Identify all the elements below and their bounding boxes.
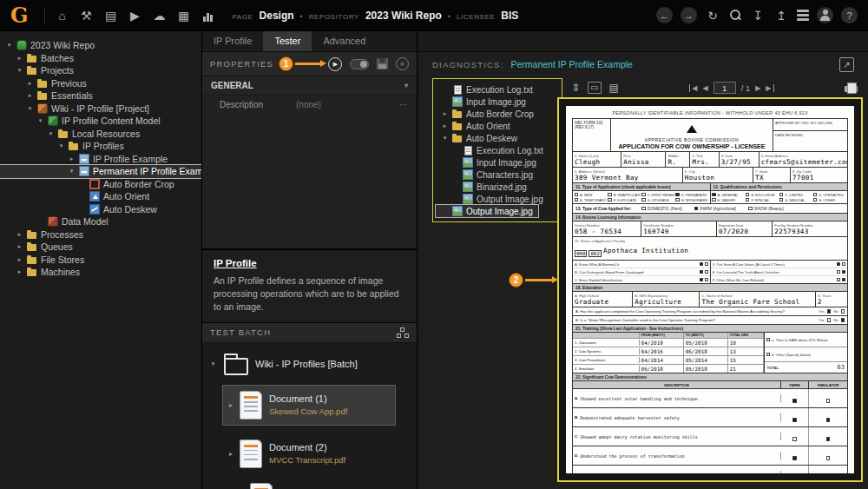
licensee-value[interactable]: BIS (501, 10, 518, 22)
expander-icon[interactable]: ▾ (441, 135, 449, 142)
open-in-window-icon[interactable]: ↗ (839, 57, 854, 72)
tree-item[interactable]: ▸ IP Profile Example (0, 153, 201, 166)
expander-icon[interactable]: ▸ (26, 80, 34, 87)
preview-toggle[interactable] (350, 59, 369, 69)
tree-item[interactable]: ▾ Permanent IP Profile Example (0, 165, 202, 178)
batch-document[interactable]: ▸ Document (2) MVCC Transcript.pdf (223, 434, 395, 473)
repository-value[interactable]: 2023 Wiki Repo (365, 10, 442, 22)
diagnostics-item[interactable]: Execution Log.txt (436, 144, 559, 156)
search-icon[interactable] (728, 9, 742, 23)
tree-item[interactable]: Auto Deskew (0, 203, 201, 216)
description-property-row[interactable]: Description (none) ⋯ (202, 96, 417, 113)
diagnostics-subject[interactable]: Permanent IP Profile Example (511, 59, 633, 69)
tree-item[interactable]: Data Model (0, 215, 201, 228)
file-stores-icon[interactable]: ▤ (101, 5, 122, 26)
diagnostics-item[interactable]: ▾ Auto Deskew (436, 132, 559, 144)
fit-height-icon[interactable]: ⇕ (571, 82, 580, 94)
expander-icon[interactable]: ▸ (441, 110, 449, 117)
stats-icon[interactable] (198, 5, 219, 26)
tree-item[interactable]: ▸ Previous (0, 77, 201, 90)
tree-item[interactable]: ▾ Projects (0, 64, 201, 77)
expander-icon[interactable]: ▸ (16, 243, 23, 250)
next-page-icon[interactable]: ▶ (755, 84, 760, 92)
back-icon[interactable]: ← (656, 7, 673, 23)
tree-item[interactable]: Auto Orient (0, 190, 201, 203)
diagnostics-item[interactable]: Execution Log.txt (436, 83, 559, 96)
tab[interactable]: Advanced (312, 31, 377, 51)
tree-item[interactable]: ▸ Queues (0, 241, 201, 254)
tree-item[interactable]: ▾ IP Profiles (0, 140, 201, 153)
expander-icon[interactable]: ▸ (16, 55, 23, 62)
tree-item[interactable]: Auto Border Crop (0, 178, 201, 191)
forward-icon[interactable]: → (681, 7, 697, 23)
expander-icon[interactable]: ▾ (36, 117, 44, 124)
home-icon[interactable]: ⌂ (52, 5, 73, 26)
image-viewer[interactable]: PERSONALLY IDENTIFIABLE INFORMATION - WI… (557, 97, 863, 482)
page-number-input[interactable]: 1 (713, 82, 736, 94)
tree-item[interactable]: ▸ Processes (0, 228, 201, 241)
diagnostics-item[interactable]: Characters.jpg (436, 169, 559, 181)
execute-button[interactable]: ▶ (328, 57, 342, 71)
user-icon[interactable] (817, 7, 833, 23)
batch-root-item[interactable]: ▾ Wiki - IP Profiles [Batch] (209, 354, 410, 375)
thumbnails-icon[interactable]: ▤ (609, 82, 619, 94)
tree-item[interactable]: ▾ Local Resources (0, 128, 201, 141)
expander-icon[interactable]: ▾ (209, 360, 217, 367)
imports-icon[interactable]: ☁ (149, 5, 170, 26)
expander-icon[interactable]: ▾ (5, 42, 13, 49)
tree-item[interactable]: ▾ IP Profile Content Model (0, 115, 201, 128)
expander-icon[interactable]: ▸ (16, 256, 23, 263)
tree-item[interactable]: ▸ Batches (0, 52, 201, 65)
page-value[interactable]: Design (260, 10, 294, 22)
expander-icon[interactable]: ▸ (229, 401, 233, 409)
help-icon[interactable]: ? (841, 7, 858, 23)
diagnostics-item[interactable]: Input Image.jpg (436, 156, 559, 169)
expander-icon[interactable]: ▾ (47, 130, 55, 137)
refresh-icon[interactable]: ↻ (705, 9, 720, 23)
save-button[interactable] (377, 58, 388, 69)
upload-icon[interactable]: ↥ (773, 9, 789, 23)
checkbox-option: F. SPECIAL (746, 198, 779, 202)
expander-icon[interactable]: ▸ (16, 268, 23, 275)
layers-icon[interactable] (797, 10, 809, 21)
diagnostics-item[interactable]: Input Image.jpg (436, 96, 559, 108)
grooper-logo[interactable]: G (10, 0, 29, 31)
download-icon[interactable]: ↧ (750, 9, 766, 23)
tab[interactable]: Tester (263, 31, 312, 51)
tree-item[interactable]: ▸ Machines (0, 266, 201, 279)
expander-icon[interactable]: ▾ (68, 168, 76, 175)
tree-item[interactable]: ▾ 2023 Wiki Repo (0, 39, 201, 52)
machines-icon[interactable]: ▦ (174, 5, 194, 26)
expander-icon[interactable]: ▾ (57, 142, 65, 149)
diagnostics-item[interactable]: Output Image.jpg (436, 193, 559, 205)
cancel-button[interactable]: ✕ (396, 57, 409, 70)
tree-item[interactable]: ▸ File Stores (0, 254, 201, 267)
expander-icon[interactable]: ▾ (26, 105, 34, 112)
last-page-icon[interactable]: ▶ (766, 84, 773, 92)
tree-item[interactable]: ▸ Essentials (0, 89, 201, 102)
fit-page-icon[interactable]: ▭ (588, 82, 601, 94)
diagnostics-item[interactable]: ▸ Auto Orient (436, 120, 559, 132)
batch-structure-icon[interactable] (397, 327, 409, 338)
design-tools-icon[interactable]: ⚒ (76, 5, 97, 26)
diagnostics-item[interactable]: Output Image.jpg (436, 205, 538, 217)
description-value[interactable]: (none) (296, 100, 321, 109)
expander-icon[interactable]: ▸ (16, 231, 23, 238)
tab[interactable]: IP Profile (202, 31, 263, 51)
expander-icon[interactable]: ▸ (229, 450, 233, 458)
print-icon[interactable] (845, 83, 858, 94)
general-section-header[interactable]: GENERAL ▾ (202, 76, 417, 96)
more-icon[interactable]: ⋯ (399, 100, 408, 109)
diagnostics-item[interactable]: Binarized.jpg (436, 181, 559, 193)
first-page-icon[interactable]: ◀ (689, 84, 697, 92)
previous-page-icon[interactable]: ◀ (702, 84, 707, 92)
expander-icon[interactable]: ▸ (26, 92, 34, 99)
test-batch-tree: ▾ Wiki - IP Profiles [Batch] ▸ Document … (202, 343, 417, 489)
expander-icon[interactable]: ▸ (68, 155, 76, 162)
expander-icon[interactable]: ▸ (441, 122, 449, 129)
batch-document[interactable]: ▸ Document (1) Skewed Cow App.pdf (223, 386, 395, 425)
batch-processing-icon[interactable]: ▶ (125, 5, 146, 26)
expander-icon[interactable]: ▾ (16, 67, 23, 74)
diagnostics-item[interactable]: ▸ Auto Border Crop (436, 108, 559, 120)
tree-item[interactable]: ▾ Wiki - IP Profile [Project] (0, 102, 201, 116)
